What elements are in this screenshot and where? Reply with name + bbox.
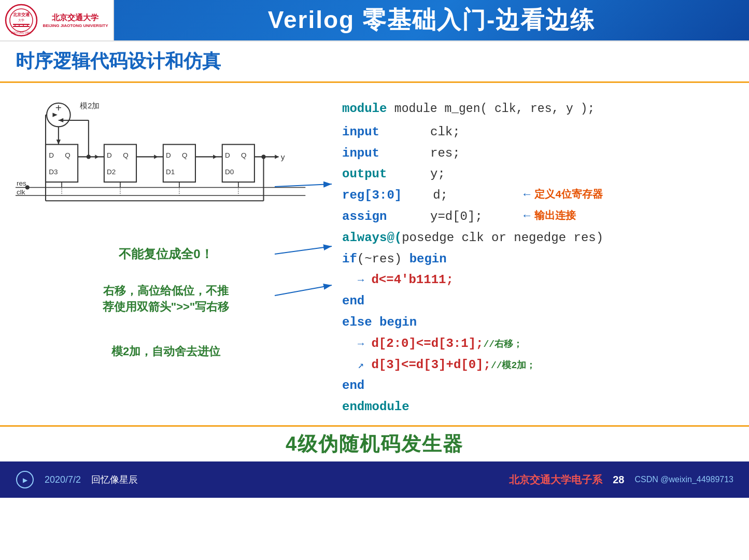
header-title-area: Verilog 零基础入门-边看边练: [114, 0, 749, 40]
annotation-reg: ← 定义4位寄存器: [524, 185, 603, 204]
annotation-no-reset: 不能复位成全0！: [16, 246, 316, 262]
code-line-end2: end: [342, 375, 723, 397]
svg-text:+: +: [55, 102, 62, 114]
bottom-subtitle: 4级伪随机码发生器: [0, 425, 749, 461]
footer: ▶ 2020/7/2 回忆像星辰 北京交通大学电子系 28 CSDN @weix…: [0, 461, 749, 498]
code-line-input-res: input res;: [342, 143, 723, 164]
footer-icon: ▶: [16, 470, 34, 489]
circuit-diagram-area: + 模2加 D Q D3 D Q D2: [16, 93, 316, 415]
svg-text:D0: D0: [225, 168, 234, 176]
svg-text:clk: clk: [17, 188, 25, 196]
svg-rect-16: [46, 145, 78, 183]
annotation-mod2: 模2加，自动舍去进位: [16, 344, 316, 359]
footer-left: ▶ 2020/7/2 回忆像星辰: [16, 470, 138, 489]
circuit-svg: + 模2加 D Q D3 D Q D2: [16, 93, 316, 239]
code-line-module: module module m_gen( clk, res, y );: [342, 99, 723, 120]
header: 北京交通 大学 JIAOTONG UNIV. 北京交通大学 BEIJING JI…: [0, 0, 749, 41]
svg-text:大学: 大学: [18, 19, 24, 22]
code-line-d1111: → d<=4'b1111;: [342, 270, 723, 291]
svg-text:y: y: [281, 152, 285, 161]
code-line-if: if(~res) begin: [342, 249, 723, 270]
university-name: 北京交通大学 BEIJING JIAOTONG UNIVERSITY: [43, 12, 108, 29]
left-annotations: 不能复位成全0！ 右移，高位给低位，不推 荐使用双箭头">>"写右移 模2加，自…: [16, 246, 316, 359]
svg-text:Q: Q: [65, 151, 70, 159]
svg-text:D: D: [107, 151, 112, 159]
code-line-output: output y;: [342, 164, 723, 185]
svg-text:JIAOTONG UNIV.: JIAOTONG UNIV.: [11, 31, 32, 34]
bottom-subtitle-text: 4级伪随机码发生器: [286, 431, 463, 457]
code-line-always: always@(posedge clk or negedge res): [342, 228, 723, 249]
svg-text:▶: ▶: [23, 477, 28, 484]
university-logo: 北京交通 大学 JIAOTONG UNIV.: [5, 4, 38, 37]
logo-area: 北京交通 大学 JIAOTONG UNIV. 北京交通大学 BEIJING JI…: [0, 0, 114, 40]
code-line-end1: end: [342, 291, 723, 312]
svg-text:res: res: [17, 179, 26, 187]
svg-marker-43: [275, 155, 278, 159]
code-line-shift: → d[2:0]<=d[3:1];//右移；: [342, 333, 723, 355]
svg-marker-31: [154, 155, 158, 159]
svg-marker-15: [56, 139, 61, 144]
code-line-input-clk: input clk;: [342, 122, 723, 143]
footer-date: 2020/7/2: [45, 474, 81, 485]
footer-author: 回忆像星辰: [91, 473, 138, 486]
footer-right: 北京交通大学电子系 28 CSDN @weixin_44989713: [509, 473, 733, 487]
svg-text:D: D: [49, 151, 54, 159]
code-line-reg: reg[3:0] d; ← 定义4位寄存器: [342, 185, 723, 206]
svg-text:D2: D2: [107, 168, 116, 176]
svg-text:D1: D1: [166, 168, 175, 176]
svg-marker-21: [95, 155, 98, 159]
page-subtitle: 时序逻辑代码设计和仿真: [0, 41, 749, 83]
annotation-shift: 右移，高位给低位，不推 荐使用双箭头">>"写右移: [16, 283, 316, 315]
footer-csdn: CSDN @weixin_44989713: [634, 475, 733, 484]
svg-marker-37: [213, 155, 217, 159]
code-line-assign: assign y=d[0]; ← 输出连接: [342, 206, 723, 228]
header-title: Verilog 零基础入门-边看边练: [268, 4, 595, 36]
annotation-assign: ← 输出连接: [524, 206, 576, 226]
svg-text:Q: Q: [182, 151, 187, 159]
code-line-mod2: ↗ d[3]<=d[3]+d[0];//模2加；: [342, 355, 723, 376]
svg-text:模2加: 模2加: [80, 102, 100, 110]
svg-text:D: D: [225, 151, 230, 159]
svg-text:Q: Q: [123, 151, 128, 159]
code-line-endmodule: endmodule: [342, 397, 723, 418]
svg-text:北京交通: 北京交通: [12, 12, 30, 17]
svg-marker-25: [59, 118, 63, 122]
svg-rect-32: [163, 145, 195, 183]
code-line-else: else begin: [342, 312, 723, 333]
code-area: module module m_gen( clk, res, y ); inpu…: [332, 93, 733, 415]
main-content: + 模2加 D Q D3 D Q D2: [0, 83, 749, 425]
svg-point-50: [261, 155, 265, 159]
svg-text:Q: Q: [241, 151, 246, 159]
svg-text:D3: D3: [49, 168, 58, 176]
footer-university: 北京交通大学电子系: [509, 473, 602, 487]
svg-rect-38: [222, 145, 255, 183]
footer-page-number: 28: [613, 474, 624, 486]
svg-point-63: [25, 185, 30, 189]
svg-text:D: D: [166, 151, 171, 159]
svg-rect-26: [104, 145, 136, 183]
